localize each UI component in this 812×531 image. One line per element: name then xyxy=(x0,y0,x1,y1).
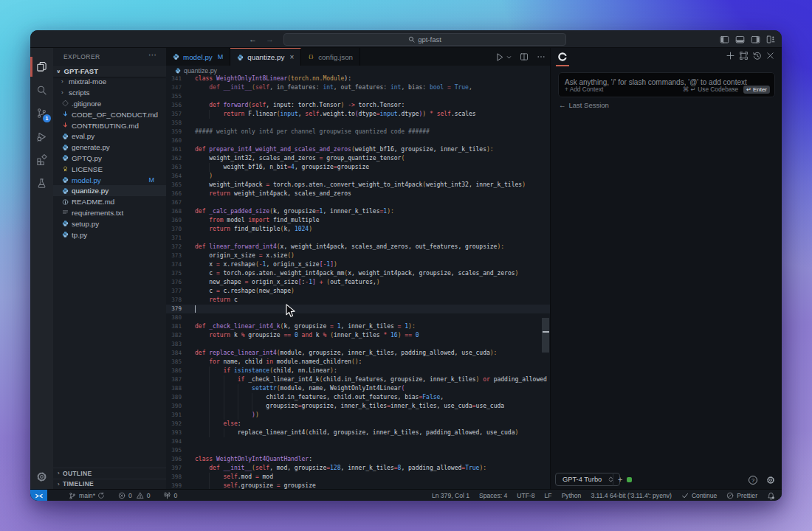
status-indentation[interactable]: Spaces: 4 xyxy=(479,492,507,499)
line-number: 380 xyxy=(166,313,182,322)
explorer-item-setup-py[interactable]: setup.py xyxy=(53,218,166,229)
explorer-item-license[interactable]: LICENSE xyxy=(53,164,166,175)
add-model-button[interactable]: + xyxy=(613,473,627,486)
command-center-search[interactable]: gpt-fast xyxy=(283,33,566,46)
status-prettier-status[interactable]: Prettier xyxy=(726,492,757,499)
explorer-section-gpt-fast[interactable]: ∨ GPT-FAST xyxy=(53,66,166,77)
activity-bar-item-source-control[interactable]: 1 xyxy=(30,102,53,125)
toggle-secondary-sidebar-icon[interactable] xyxy=(751,35,760,44)
explorer-more-actions-icon[interactable]: ⋯ xyxy=(148,50,157,60)
editor-scrollbar[interactable] xyxy=(542,318,549,353)
explorer-item-mixtral-moe[interactable]: ›mixtral-moe xyxy=(53,77,166,88)
activity-bar-item-extensions[interactable] xyxy=(30,148,53,171)
toggle-panel-icon[interactable] xyxy=(735,35,745,44)
py-file-icon xyxy=(62,133,69,140)
activity-bar-item-search[interactable] xyxy=(30,79,53,102)
line-number: 347 xyxy=(166,83,182,92)
explorer-icon xyxy=(36,61,47,72)
code-line-375: 375 c = torch.ops.aten._weight_int4pack_… xyxy=(166,269,550,278)
explorer-item-gptq-py[interactable]: GPTQ.py xyxy=(53,153,166,164)
ports-count: 0 xyxy=(174,492,178,499)
status-language-mode[interactable]: Python xyxy=(562,492,582,499)
timeline-section[interactable]: › TIMELINE xyxy=(53,479,166,490)
status-cursor-position[interactable]: Ln 379, Col 1 xyxy=(432,492,469,499)
py-file-icon xyxy=(62,144,69,151)
code-area[interactable]: 341class WeightOnlyInt8Linear(torch.nn.M… xyxy=(166,74,550,489)
close-tab-icon[interactable]: × xyxy=(289,53,294,61)
chat-input-box[interactable]: Ask anything, '/' for slash commands, '@… xyxy=(558,72,775,97)
activity-bar-item-run-debug[interactable] xyxy=(30,125,53,148)
status-encoding[interactable]: UTF-8 xyxy=(517,492,534,499)
model-selector[interactable]: GPT-4 Turbo xyxy=(555,473,620,486)
arrow-left-icon: ← xyxy=(559,101,566,109)
file-name: .gitignore xyxy=(72,100,101,108)
plus-icon[interactable] xyxy=(726,51,735,60)
more-actions-icon[interactable] xyxy=(537,52,546,61)
explorer-item--gitignore[interactable]: .gitignore xyxy=(53,98,166,109)
explorer-item-requirements-txt[interactable]: requirements.txt xyxy=(53,207,166,218)
code-line-369: 369 from model import find_multiple xyxy=(166,216,550,225)
help-icon[interactable]: ? xyxy=(749,476,757,485)
use-codebase-button[interactable]: ⌘ ↵ Use Codebase xyxy=(683,86,738,93)
line-number: 395 xyxy=(166,446,182,455)
tab-quantize-py[interactable]: quantize.py× xyxy=(230,48,301,66)
status-eol[interactable]: LF xyxy=(545,492,552,499)
explorer-item-readme-md[interactable]: README.md xyxy=(53,196,166,207)
chevron-right-icon: › xyxy=(58,481,60,487)
line-number: 387 xyxy=(166,375,182,384)
explorer-item-code-of-conduct-md[interactable]: CODE_OF_CONDUCT.md xyxy=(53,109,166,120)
activity-bar-item-testing[interactable] xyxy=(30,172,53,195)
status-notifications[interactable] xyxy=(767,492,776,500)
status-label: Prettier xyxy=(737,492,757,499)
line-number: 358 xyxy=(166,119,182,128)
continue-logo-icon[interactable] xyxy=(557,52,568,62)
explorer-title: EXPLORER xyxy=(63,52,100,62)
ports-status[interactable]: 0 xyxy=(163,492,178,499)
last-session-link[interactable]: ← Last Session xyxy=(559,101,609,109)
git-branch-status[interactable]: main* xyxy=(69,492,106,500)
py-file-icon xyxy=(237,54,244,61)
activity-bar-item-explorer[interactable] xyxy=(30,55,53,78)
toggle-sidebar-icon[interactable] xyxy=(720,35,729,44)
line-number: 389 xyxy=(166,393,182,402)
customize-layout-icon[interactable] xyxy=(766,35,776,44)
status-python-interpreter[interactable]: 3.11.4 64-bit ('3.11.4': pyenv) xyxy=(591,492,672,499)
add-context-button[interactable]: + Add Context xyxy=(565,86,603,93)
close-icon[interactable] xyxy=(765,51,775,60)
tab-model-py[interactable]: model.pyM xyxy=(166,48,230,66)
problems-status[interactable]: 0 0 xyxy=(118,492,151,499)
split-editor-icon[interactable] xyxy=(520,52,529,61)
nav-forward-icon[interactable]: → xyxy=(266,35,274,44)
remote-indicator[interactable] xyxy=(30,490,47,501)
explorer-sidebar: EXPLORER ⋯ ∨ GPT-FAST ›mixtral-moe›scrip… xyxy=(53,48,166,489)
line-number: 398 xyxy=(166,473,182,482)
run-icon[interactable] xyxy=(495,52,512,62)
errors-count: 0 xyxy=(128,492,132,499)
svg-text:{}: {} xyxy=(309,54,314,59)
panel-settings-gear-icon[interactable] xyxy=(766,476,775,485)
editor-group: model.pyMquantize.py×{}config.json quant… xyxy=(166,48,551,489)
status-continue-status[interactable]: Continue xyxy=(681,492,717,499)
activity-bar-item-settings[interactable] xyxy=(30,465,53,488)
nav-back-icon[interactable]: ← xyxy=(249,35,257,44)
explorer-item-eval-py[interactable]: eval.py xyxy=(53,131,166,142)
explorer-item-quantize-py[interactable]: quantize.py xyxy=(53,185,166,196)
chevron-down-icon: ∨ xyxy=(56,69,61,74)
explorer-item-model-py[interactable]: model.pyM xyxy=(53,175,166,186)
line-number: 364 xyxy=(166,172,182,181)
desktop: { "titlebar": { "nav_back": "←", "nav_fo… xyxy=(0,0,812,531)
line-number: 384 xyxy=(166,349,182,358)
frame-icon[interactable] xyxy=(739,51,749,60)
enter-button[interactable]: ↵ Enter xyxy=(743,86,770,94)
outline-section[interactable]: › OUTLINE xyxy=(53,468,166,479)
explorer-item-generate-py[interactable]: generate.py xyxy=(53,142,166,153)
code-line-393: 393 replace_linear_int4(child, groupsize… xyxy=(166,428,550,437)
history-icon[interactable] xyxy=(752,51,762,60)
status-label: Ln 379, Col 1 xyxy=(432,492,469,499)
tab-modified-badge: M xyxy=(218,53,224,60)
explorer-item-contributing-md[interactable]: CONTRIBUTING.md xyxy=(53,120,166,131)
explorer-item-scripts[interactable]: ›scripts xyxy=(53,87,166,98)
explorer-item-tp-py[interactable]: tp.py xyxy=(53,229,166,240)
tab-config-json[interactable]: {}config.json xyxy=(301,48,360,66)
line-number: 392 xyxy=(166,420,182,428)
